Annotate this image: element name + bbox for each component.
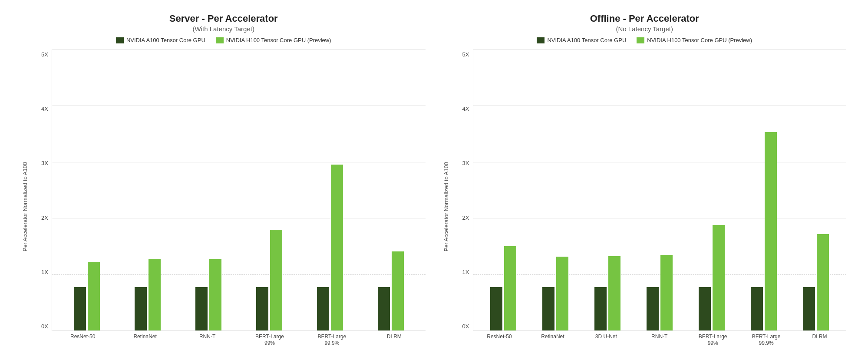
offline-x-axis: ResNet-50RetinaNet3D U-NetRNN-TBERT-Larg…	[473, 334, 847, 347]
server-bars-row	[52, 50, 426, 330]
bar-a100	[803, 287, 815, 330]
server-x-axis: ResNet-50RetinaNetRNN-TBERT-Large 99%BER…	[52, 334, 426, 347]
bar-group-1	[529, 50, 581, 330]
y-tick: 0X	[41, 323, 48, 330]
x-label: DLRM	[363, 334, 425, 347]
y-tick: 2X	[41, 215, 48, 221]
y-tick: 5X	[462, 51, 469, 58]
bar-h100	[149, 259, 161, 330]
bar-group-2	[581, 50, 634, 330]
offline-bars-row	[473, 50, 847, 330]
offline-title: Offline - Per Accelerator	[590, 13, 699, 24]
legend-item-1: NVIDIA H100 Tensor Core GPU (Preview)	[216, 37, 331, 43]
y-tick: 1X	[462, 269, 469, 275]
bar-group-6	[790, 50, 842, 330]
server-plot-area	[52, 50, 426, 331]
y-tick: 2X	[462, 215, 469, 221]
legend-label: NVIDIA A100 Tensor Core GPU	[547, 37, 626, 43]
y-tick: 4X	[462, 106, 469, 112]
bar-a100	[594, 287, 607, 330]
chart-offline: Offline - Per Accelerator(No Latency Tar…	[434, 9, 855, 351]
server-title: Server - Per Accelerator	[169, 13, 278, 24]
bar-group-3	[239, 50, 300, 330]
server-y-axis: 5X4X3X2X1X0X	[30, 50, 52, 347]
legend-label: NVIDIA H100 Tensor Core GPU (Preview)	[226, 37, 331, 43]
x-label: RNN-T	[633, 334, 686, 347]
bar-group-0	[478, 50, 530, 330]
legend-label: NVIDIA A100 Tensor Core GPU	[126, 37, 205, 43]
bar-a100	[317, 287, 329, 330]
bar-h100	[765, 132, 777, 330]
bar-group-1	[117, 50, 178, 330]
bar-group-3	[634, 50, 686, 330]
bar-group-4	[686, 50, 738, 330]
bar-a100	[256, 287, 268, 330]
x-label: BERT-Large 99%	[238, 334, 300, 347]
legend-color-swatch	[537, 37, 545, 43]
bar-h100	[660, 255, 673, 330]
legend-color-swatch	[216, 37, 224, 43]
bar-h100	[392, 251, 404, 330]
offline-body: ResNet-50RetinaNet3D U-NetRNN-TBERT-Larg…	[473, 50, 847, 347]
offline-y-axis-label: Per Accelerator Normalized to A100	[443, 50, 449, 347]
grid-line	[473, 330, 847, 331]
server-chart-area: Per Accelerator Normalized to A1005X4X3X…	[22, 50, 426, 347]
bar-h100	[556, 257, 568, 330]
bar-a100	[195, 287, 208, 330]
bar-h100	[331, 165, 343, 330]
bar-a100	[647, 287, 659, 330]
offline-y-axis: 5X4X3X2X1X0X	[451, 50, 473, 347]
server-body: ResNet-50RetinaNetRNN-TBERT-Large 99%BER…	[52, 50, 426, 347]
y-tick: 3X	[462, 160, 469, 166]
bar-a100	[751, 287, 763, 330]
y-tick: 5X	[41, 51, 48, 58]
y-tick: 1X	[41, 269, 48, 275]
x-label: RetinaNet	[526, 334, 579, 347]
x-label: RNN-T	[176, 334, 238, 347]
y-tick: 4X	[41, 106, 48, 112]
legend-item-0: NVIDIA A100 Tensor Core GPU	[116, 37, 205, 43]
bar-a100	[135, 287, 147, 330]
main-container: Server - Per Accelerator(With Latency Ta…	[0, 0, 868, 360]
x-label: 3D U-Net	[579, 334, 633, 347]
x-label: ResNet-50	[52, 334, 114, 347]
x-label: BERT-Large 99.9%	[301, 334, 363, 347]
x-label: ResNet-50	[473, 334, 526, 347]
bar-group-4	[300, 50, 360, 330]
y-tick: 0X	[462, 323, 469, 330]
bar-a100	[490, 287, 502, 330]
x-label: DLRM	[793, 334, 846, 347]
legend-item-1: NVIDIA H100 Tensor Core GPU (Preview)	[637, 37, 752, 43]
y-tick: 3X	[41, 160, 48, 166]
bar-group-0	[56, 50, 117, 330]
bar-group-5	[360, 50, 421, 330]
bar-group-2	[178, 50, 239, 330]
bar-a100	[378, 287, 390, 330]
bar-h100	[270, 230, 282, 330]
legend-color-swatch	[637, 37, 644, 43]
offline-subtitle: (No Latency Target)	[616, 25, 673, 33]
server-y-axis-label: Per Accelerator Normalized to A100	[22, 50, 28, 347]
chart-server: Server - Per Accelerator(With Latency Ta…	[13, 9, 434, 351]
bar-a100	[699, 287, 711, 330]
offline-chart-area: Per Accelerator Normalized to A1005X4X3X…	[443, 50, 847, 347]
bar-h100	[713, 225, 725, 330]
offline-legend: NVIDIA A100 Tensor Core GPUNVIDIA H100 T…	[537, 37, 752, 43]
bar-a100	[74, 287, 86, 330]
x-label: BERT-Large 99.9%	[739, 334, 793, 347]
bar-group-5	[738, 50, 790, 330]
bar-h100	[88, 262, 100, 330]
legend-label: NVIDIA H100 Tensor Core GPU (Preview)	[647, 37, 752, 43]
x-label: RetinaNet	[114, 334, 176, 347]
bar-h100	[608, 256, 620, 330]
x-label: BERT-Large 99%	[686, 334, 739, 347]
legend-item-0: NVIDIA A100 Tensor Core GPU	[537, 37, 626, 43]
server-legend: NVIDIA A100 Tensor Core GPUNVIDIA H100 T…	[116, 37, 331, 43]
bar-a100	[542, 287, 554, 330]
bar-h100	[209, 259, 221, 330]
offline-plot-area	[473, 50, 847, 331]
bar-h100	[817, 234, 829, 330]
legend-color-swatch	[116, 37, 124, 43]
server-subtitle: (With Latency Target)	[193, 25, 254, 33]
bar-h100	[504, 246, 516, 330]
